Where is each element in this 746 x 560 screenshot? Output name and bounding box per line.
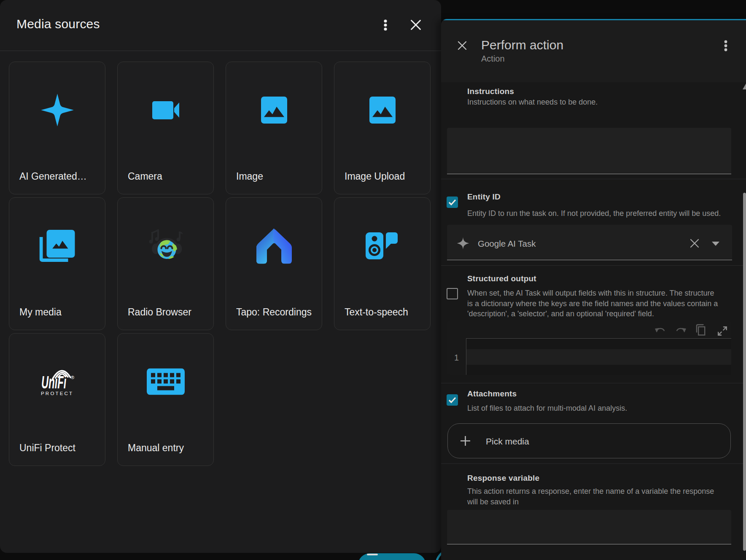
svg-text:®: ® <box>71 375 74 380</box>
svg-text:UniFi: UniFi <box>41 372 67 392</box>
svg-text:PROTECT: PROTECT <box>41 391 73 396</box>
